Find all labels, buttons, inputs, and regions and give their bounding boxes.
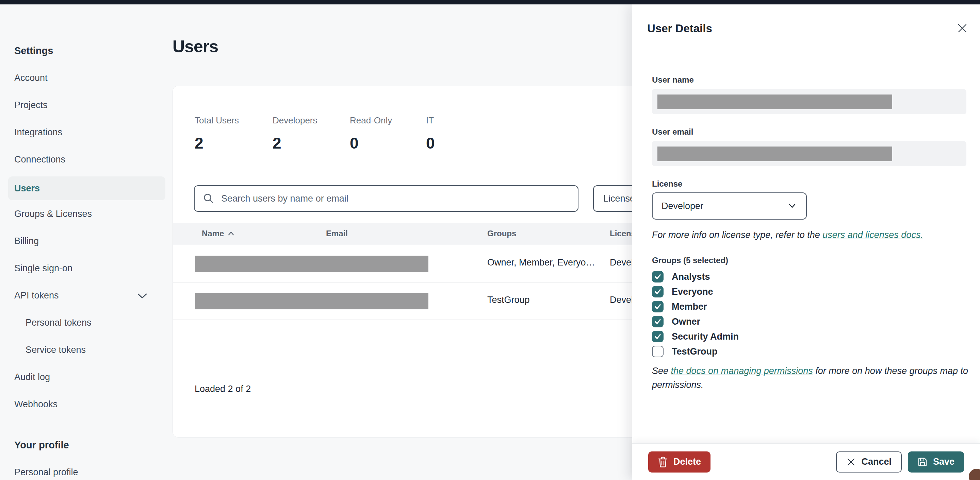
license-select[interactable]: Developer — [652, 192, 807, 220]
checkbox-analysts[interactable]: Analysts — [652, 269, 710, 284]
groups-label: Groups (5 selected) — [652, 256, 728, 265]
stat-label: Total Users — [195, 115, 239, 126]
checkbox-icon — [652, 271, 663, 282]
note-text: See — [652, 366, 671, 376]
search-input[interactable] — [221, 193, 570, 204]
column-header-label: Email — [326, 229, 348, 238]
sidebar-item-connections[interactable]: Connections — [14, 153, 65, 166]
stat-read-only: Read-Only 0 — [350, 115, 392, 152]
drawer-footer: Delete Cancel Save — [632, 443, 980, 480]
checkbox-label: Owner — [672, 317, 700, 327]
x-icon — [846, 457, 856, 467]
checkbox-testgroup[interactable]: TestGroup — [652, 344, 718, 359]
stat-label: IT — [426, 115, 435, 126]
table-row[interactable]: Owner, Member, Everyo… Developer — [173, 245, 703, 282]
sidebar-item-service-tokens[interactable]: Service tokens — [25, 344, 86, 356]
checkbox-owner[interactable]: Owner — [652, 314, 700, 329]
button-label: Delete — [673, 456, 701, 467]
drawer-header: User Details — [632, 5, 980, 53]
users-licenses-docs-link[interactable]: users and licenses docs. — [822, 230, 923, 240]
stat-label: Read-Only — [350, 115, 392, 126]
sidebar-item-users[interactable]: Users — [14, 182, 40, 195]
checkbox-member[interactable]: Member — [652, 299, 707, 314]
drawer-title: User Details — [647, 22, 712, 35]
column-header-label: Groups — [487, 229, 516, 238]
user-search[interactable] — [194, 185, 579, 212]
cell-groups: Owner, Member, Everyo… — [487, 257, 595, 268]
stat-total-users: Total Users 2 — [195, 115, 239, 152]
sidebar-section-your-profile: Your profile — [14, 440, 69, 451]
save-button[interactable]: Save — [908, 451, 964, 472]
cancel-button[interactable]: Cancel — [836, 451, 902, 472]
checkbox-label: Everyone — [672, 287, 713, 297]
save-icon — [917, 457, 928, 467]
sidebar-item-api-tokens[interactable]: API tokens — [14, 289, 59, 301]
users-card: Total Users 2 Developers 2 Read-Only 0 I… — [172, 86, 703, 437]
cell-groups: TestGroup — [487, 295, 530, 305]
redacted-value — [657, 95, 892, 109]
stat-value: 2 — [195, 134, 239, 152]
user-email-label: User email — [652, 127, 693, 137]
trash-icon — [658, 456, 668, 468]
checkbox-label: Analysts — [672, 272, 710, 282]
search-icon — [203, 193, 215, 204]
column-header-groups[interactable]: Groups — [487, 229, 516, 238]
page-title: Users — [172, 37, 218, 56]
checkbox-everyone[interactable]: Everyone — [652, 284, 713, 299]
button-label: Cancel — [861, 456, 891, 467]
chevron-down-icon — [787, 203, 797, 209]
license-select-value: Developer — [662, 201, 787, 211]
checkbox-label: Member — [672, 301, 707, 312]
sidebar-item-single-sign-on[interactable]: Single sign-on — [14, 262, 73, 274]
column-header-email[interactable]: Email — [326, 229, 348, 238]
sidebar-item-personal-tokens[interactable]: Personal tokens — [25, 317, 92, 329]
footer-actions: Cancel Save — [836, 451, 964, 472]
license-label: License — [652, 179, 682, 189]
stat-value: 0 — [350, 134, 392, 152]
user-email-input[interactable] — [652, 141, 966, 166]
checkbox-icon — [652, 301, 663, 312]
sidebar-item-billing[interactable]: Billing — [14, 235, 39, 247]
license-filter-label: License — [603, 193, 635, 204]
checkbox-label: Security Admin — [672, 331, 739, 342]
checkbox-security-admin[interactable]: Security Admin — [652, 329, 739, 344]
table-header-row: Name Email Groups License — [173, 223, 703, 245]
sidebar-item-account[interactable]: Account — [14, 72, 48, 84]
column-header-name[interactable]: Name — [202, 229, 235, 238]
user-name-input[interactable] — [652, 89, 966, 114]
permissions-help-note: See the docs on managing permissions for… — [652, 364, 969, 392]
stat-it: IT 0 — [426, 115, 435, 152]
sidebar-section-settings: Settings — [14, 45, 53, 56]
user-details-drawer: User Details User name User email Licens… — [632, 5, 980, 480]
stat-value: 0 — [426, 134, 435, 152]
settings-sidebar: Settings Account Projects Integrations C… — [0, 5, 170, 480]
table-row[interactable]: TestGroup Developer — [173, 282, 703, 320]
note-text: For more info on license type, refer to … — [652, 230, 822, 240]
sidebar-item-personal-profile[interactable]: Personal profile — [14, 466, 78, 478]
checkbox-icon — [652, 331, 663, 342]
redacted-value — [657, 147, 892, 161]
checkbox-icon — [652, 346, 663, 357]
user-name-label: User name — [652, 75, 694, 85]
loaded-status: Loaded 2 of 2 — [195, 384, 251, 394]
sidebar-item-projects[interactable]: Projects — [14, 99, 48, 111]
sidebar-item-webhooks[interactable]: Webhooks — [14, 398, 57, 410]
delete-button[interactable]: Delete — [648, 451, 711, 472]
checkbox-icon — [652, 316, 663, 327]
stat-value: 2 — [272, 134, 318, 152]
sidebar-item-integrations[interactable]: Integrations — [14, 126, 62, 138]
button-label: Save — [933, 456, 955, 467]
sidebar-item-audit-log[interactable]: Audit log — [14, 371, 50, 383]
redacted-name-email — [195, 256, 428, 272]
top-bar — [0, 0, 980, 5]
sidebar-item-groups-licenses[interactable]: Groups & Licenses — [14, 208, 92, 220]
stat-developers: Developers 2 — [272, 115, 318, 152]
sort-ascending-icon — [227, 231, 235, 236]
license-help-note: For more info on license type, refer to … — [652, 228, 969, 242]
column-header-label: Name — [202, 229, 224, 238]
checkbox-label: TestGroup — [672, 346, 718, 357]
checkbox-icon — [652, 286, 663, 298]
chevron-down-icon[interactable] — [136, 291, 148, 300]
close-icon[interactable] — [955, 21, 970, 36]
managing-permissions-docs-link[interactable]: the docs on managing permissions — [671, 366, 813, 376]
